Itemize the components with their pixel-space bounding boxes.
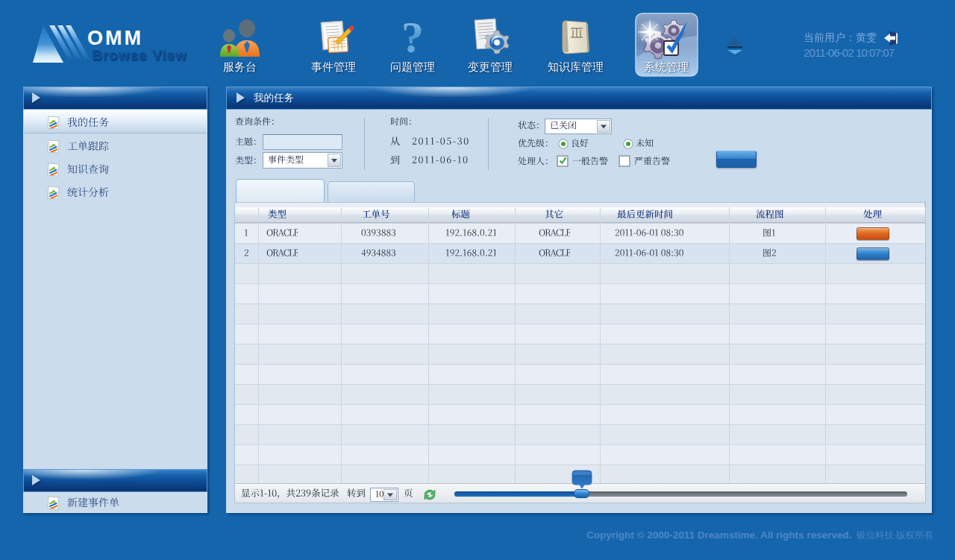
- svg-text:?: ?: [401, 19, 424, 58]
